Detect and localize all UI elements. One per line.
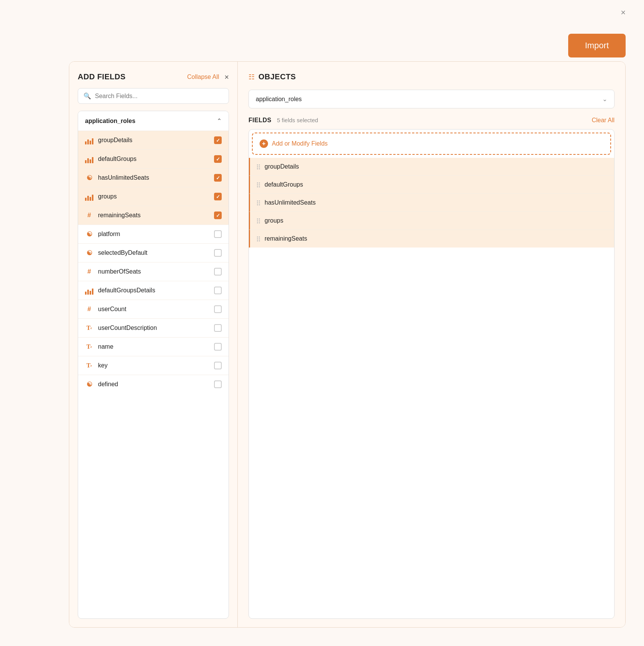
close-button[interactable]: × xyxy=(621,8,626,17)
field-checkbox-defaultGroupsDetails[interactable] xyxy=(214,287,222,294)
collapse-all-button[interactable]: Collapse All xyxy=(187,74,219,80)
field-name: key xyxy=(98,362,209,369)
group-header: application_roles ⌃ xyxy=(78,111,229,131)
fields-group: application_roles ⌃ groupDetails defa xyxy=(78,111,229,619)
field-item-name[interactable]: Tr name xyxy=(78,338,229,356)
field-item-groups[interactable]: groups xyxy=(78,187,229,206)
yinyang-icon: ☯ xyxy=(85,249,93,257)
drag-handle xyxy=(257,236,260,241)
add-icon: + xyxy=(260,139,268,148)
field-name: selectedByDefault xyxy=(98,249,209,256)
field-checkbox-key[interactable] xyxy=(214,362,222,369)
field-checkbox-name[interactable] xyxy=(214,343,222,351)
table-icon: ☷ xyxy=(248,73,255,81)
field-item-userCountDescription[interactable]: Tr userCountDescription xyxy=(78,319,229,338)
main-panel: ADD FIELDS Collapse All × 🔍 application_… xyxy=(69,61,626,628)
selected-field-remainingSeats[interactable]: remainingSeats xyxy=(249,230,614,248)
fields-list: groupDetails defaultGroups ☯ hasUnlimite… xyxy=(78,131,229,394)
selected-fields-container: groupDetails defaultGroups hasUnlimitedS… xyxy=(249,158,614,248)
field-item-selectedByDefault[interactable]: ☯ selectedByDefault xyxy=(78,244,229,262)
bars-icon xyxy=(85,136,93,144)
hash-icon: # xyxy=(85,305,93,313)
selected-field-groupDetails[interactable]: groupDetails xyxy=(249,158,614,176)
field-checkbox-defined[interactable] xyxy=(214,380,222,388)
field-checkbox-selectedByDefault[interactable] xyxy=(214,249,222,257)
field-item-platform[interactable]: ☯ platform xyxy=(78,225,229,244)
drag-handle xyxy=(257,182,260,187)
fields-section-header: FIELDS 5 fields selected Clear All xyxy=(248,117,615,124)
chevron-up-icon[interactable]: ⌃ xyxy=(217,117,222,125)
add-modify-label: Add or Modify Fields xyxy=(272,140,328,147)
hash-icon: # xyxy=(85,211,93,220)
field-item-groupDetails[interactable]: groupDetails xyxy=(78,131,229,150)
field-name: groupDetails xyxy=(98,137,209,144)
bars-icon xyxy=(85,286,93,295)
text-type-icon: Tr xyxy=(85,343,93,351)
group-name: application_roles xyxy=(85,118,136,125)
field-item-remainingSeats[interactable]: # remainingSeats xyxy=(78,206,229,225)
add-fields-panel: ADD FIELDS Collapse All × 🔍 application_… xyxy=(69,62,238,627)
field-name: userCountDescription xyxy=(98,325,209,331)
field-checkbox-defaultGroups[interactable] xyxy=(214,155,222,163)
field-name: userCount xyxy=(98,306,209,313)
chevron-down-icon: ⌄ xyxy=(602,95,607,103)
field-item-userCount[interactable]: # userCount xyxy=(78,300,229,319)
add-modify-fields-row[interactable]: + Add or Modify Fields xyxy=(252,133,611,155)
field-item-key[interactable]: Tr key xyxy=(78,356,229,375)
field-checkbox-numberOfSeats[interactable] xyxy=(214,268,222,275)
field-checkbox-hasUnlimitedSeats[interactable] xyxy=(214,174,222,182)
field-checkbox-remainingSeats[interactable] xyxy=(214,212,222,219)
objects-panel: ☷ OBJECTS application_roles ⌄ FIELDS 5 f… xyxy=(238,62,625,627)
selected-field-name: groupDetails xyxy=(265,163,607,170)
drag-handle xyxy=(257,200,260,205)
field-checkbox-groupDetails[interactable] xyxy=(214,136,222,144)
search-icon: 🔍 xyxy=(83,92,91,100)
object-select-value: application_roles xyxy=(256,96,302,103)
add-fields-title: ADD FIELDS xyxy=(78,72,126,81)
fields-label: FIELDS xyxy=(248,117,271,123)
bars-icon xyxy=(85,155,93,163)
yinyang-icon: ☯ xyxy=(85,380,93,389)
fields-count: 5 fields selected xyxy=(277,117,318,123)
text-type-icon: Tr xyxy=(85,361,93,370)
field-checkbox-userCount[interactable] xyxy=(214,305,222,313)
selected-field-name: remainingSeats xyxy=(265,235,607,242)
field-item-defined[interactable]: ☯ defined xyxy=(78,375,229,394)
field-name: platform xyxy=(98,231,209,238)
selected-field-defaultGroups[interactable]: defaultGroups xyxy=(249,176,614,194)
field-item-defaultGroups[interactable]: defaultGroups xyxy=(78,150,229,169)
field-name: defined xyxy=(98,381,209,388)
field-name: hasUnlimitedSeats xyxy=(98,174,209,181)
selected-field-groups[interactable]: groups xyxy=(249,212,614,230)
selected-field-name: groups xyxy=(265,217,607,224)
field-item-hasUnlimitedSeats[interactable]: ☯ hasUnlimitedSeats xyxy=(78,169,229,187)
field-checkbox-platform[interactable] xyxy=(214,230,222,238)
search-bar: 🔍 xyxy=(78,88,229,104)
field-checkbox-userCountDescription[interactable] xyxy=(214,324,222,332)
yinyang-icon: ☯ xyxy=(85,230,93,238)
clear-all-button[interactable]: Clear All xyxy=(592,117,615,124)
object-select-dropdown[interactable]: application_roles ⌄ xyxy=(248,90,615,108)
selected-field-name: defaultGroups xyxy=(265,181,607,188)
hash-icon: # xyxy=(85,267,93,276)
right-panel-header: ☷ OBJECTS xyxy=(248,72,615,81)
field-name: defaultGroups xyxy=(98,156,209,162)
left-header-actions: Collapse All × xyxy=(187,73,229,81)
field-name: numberOfSeats xyxy=(98,268,209,275)
search-input[interactable] xyxy=(95,93,223,100)
objects-title: OBJECTS xyxy=(258,72,296,81)
import-button[interactable]: Import xyxy=(568,34,626,57)
field-checkbox-groups[interactable] xyxy=(214,193,222,200)
field-name: groups xyxy=(98,193,209,200)
yinyang-icon: ☯ xyxy=(85,174,93,182)
bars-icon xyxy=(85,192,93,201)
fields-header-left: FIELDS 5 fields selected xyxy=(248,117,318,124)
field-name: defaultGroupsDetails xyxy=(98,287,209,294)
text-type-icon: Tr xyxy=(85,324,93,332)
close-panel-button[interactable]: × xyxy=(224,73,229,81)
selected-field-hasUnlimitedSeats[interactable]: hasUnlimitedSeats xyxy=(249,194,614,212)
drag-handle xyxy=(257,218,260,223)
field-item-defaultGroupsDetails[interactable]: defaultGroupsDetails xyxy=(78,281,229,300)
selected-field-name: hasUnlimitedSeats xyxy=(265,199,607,206)
field-item-numberOfSeats[interactable]: # numberOfSeats xyxy=(78,262,229,281)
